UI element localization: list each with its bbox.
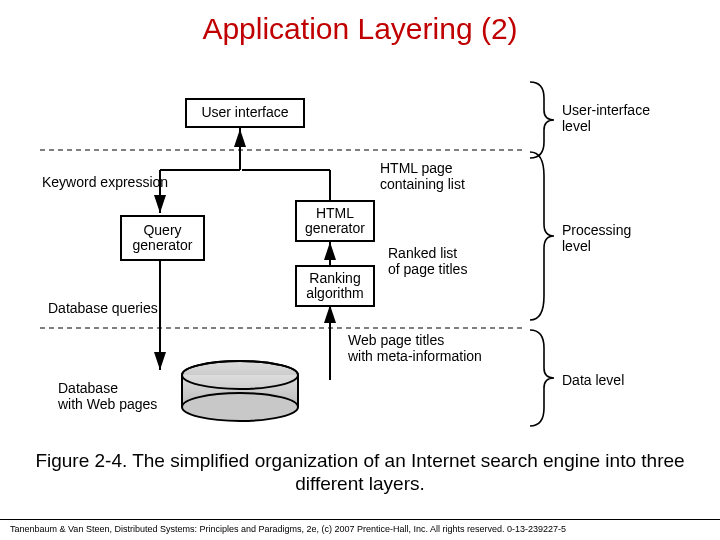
box-ranking-algorithm: Ranking algorithm [295,265,375,307]
label-keyword-expression: Keyword expression [42,174,168,190]
page-title: Application Layering (2) [0,12,720,46]
label-ranked-list: Ranked list of page titles [388,245,467,277]
label-html-page: HTML page containing list [380,160,465,192]
box-user-interface: User interface [185,98,305,128]
label-database-queries: Database queries [48,300,158,316]
label-processing-level: Processing level [562,222,631,254]
figure-caption: Figure 2-4. The simplified organization … [0,449,720,497]
label-database-caption: Database with Web pages [58,380,157,412]
box-html-generator: HTML generator [295,200,375,242]
footer-credit: Tanenbaum & Van Steen, Distributed Syste… [0,519,720,534]
label-ui-level: User-interface level [562,102,650,134]
label-web-titles: Web page titles with meta-information [348,332,482,364]
svg-point-15 [182,393,298,421]
box-query-generator: Query generator [120,215,205,261]
label-data-level: Data level [562,372,624,388]
